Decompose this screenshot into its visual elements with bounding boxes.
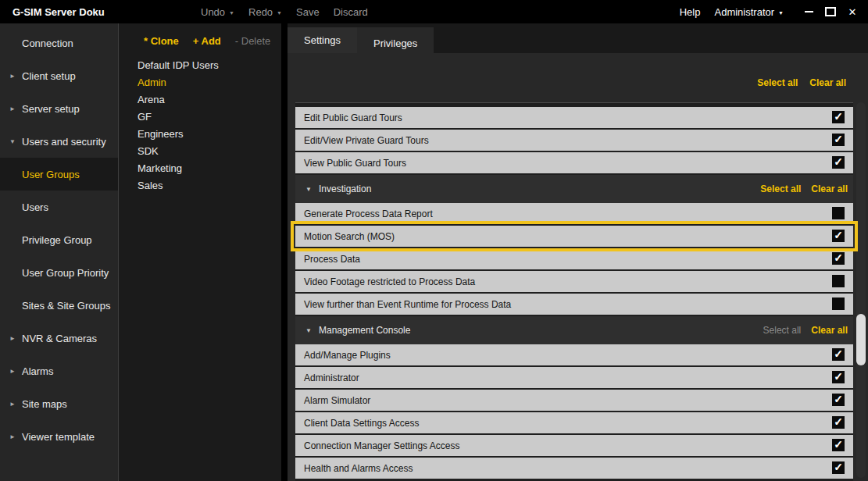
- scrollbar-track[interactable]: [856, 102, 866, 478]
- sidebar-item-label: Users: [0, 201, 48, 213]
- group-item-arena[interactable]: Arena: [119, 91, 281, 109]
- minimize-button[interactable]: [802, 5, 815, 18]
- privilege-row-edit-view-private-guard-tours[interactable]: Edit/View Private Guard Tours✓: [295, 130, 853, 151]
- sidebar-item-nvr-cameras[interactable]: ►NVR & Cameras: [0, 322, 118, 355]
- navigation-sidebar: Connection►Client setup►Server setup▼Use…: [0, 23, 119, 481]
- sidebar-item-server-setup[interactable]: ►Server setup: [0, 92, 118, 125]
- user-groups-list: Default IDP UsersAdminArenaGFEngineersSD…: [119, 57, 281, 194]
- privilege-row-video-footage-restricted-to-process-data[interactable]: Video Footage restricted to Process Data: [295, 271, 853, 292]
- chevron-right-icon: ►: [9, 73, 16, 80]
- add-button[interactable]: + Add: [193, 35, 221, 47]
- privilege-checkbox[interactable]: ✓: [832, 371, 845, 383]
- minimize-icon: [805, 11, 813, 12]
- privilege-row-motion-search-mos[interactable]: Motion Search (MOS)✓: [295, 226, 853, 247]
- privilege-checkbox[interactable]: ✓: [832, 134, 845, 146]
- privilege-checkbox[interactable]: ✓: [832, 394, 845, 406]
- privilege-checkbox[interactable]: ✓: [832, 252, 845, 265]
- privilege-checkbox[interactable]: ✓: [832, 348, 845, 361]
- delete-button[interactable]: - Delete: [235, 35, 271, 47]
- tab-privileges[interactable]: Privileges: [357, 27, 434, 59]
- privilege-row-health-and-alarms-access[interactable]: Health and Alarms Access✓: [295, 458, 853, 479]
- scrollbar-thumb[interactable]: [856, 314, 866, 365]
- privilege-checkbox[interactable]: [832, 298, 845, 310]
- privilege-checkbox[interactable]: ✓: [832, 230, 845, 242]
- privilege-row-generate-process-data-report[interactable]: Generate Process Data Report: [295, 203, 853, 224]
- chevron-down-icon[interactable]: ▼: [305, 186, 312, 193]
- sidebar-item-sites-site-groups[interactable]: Sites & Site Groups: [0, 289, 118, 322]
- clone-button[interactable]: * Clone: [144, 35, 179, 47]
- save-button[interactable]: Save: [296, 6, 320, 18]
- content-area: Connection►Client setup►Server setup▼Use…: [0, 23, 868, 481]
- chevron-down-icon: ▼: [9, 138, 16, 145]
- privilege-label: Client Data Settings Access: [295, 418, 419, 429]
- group-item-sales[interactable]: Sales: [119, 177, 281, 194]
- privilege-checkbox[interactable]: ✓: [832, 111, 845, 123]
- privilege-row-add-manage-plugins[interactable]: Add/Manage Plugins✓: [295, 344, 853, 365]
- privilege-label: Motion Search (MOS): [295, 231, 395, 242]
- panel-links: Select all Clear all: [757, 77, 846, 88]
- tab-bar: SettingsPrivileges: [288, 23, 868, 53]
- app-title: G-SIM Server Doku: [13, 6, 201, 18]
- group-item-default-idp-users[interactable]: Default IDP Users: [119, 57, 281, 74]
- section-select-all-link[interactable]: Select all: [760, 183, 801, 194]
- sidebar-item-users[interactable]: Users: [0, 191, 118, 223]
- privilege-checkbox[interactable]: ✓: [832, 461, 845, 474]
- privilege-row-view-further-than-event-runtime-for-process-data[interactable]: View further than Event Runtime for Proc…: [295, 294, 853, 315]
- privilege-row-view-public-guard-tours[interactable]: View Public Guard Tours✓: [295, 152, 853, 173]
- chevron-down-icon[interactable]: ▼: [277, 10, 282, 16]
- group-item-admin[interactable]: Admin: [119, 74, 281, 91]
- section-select-all-link[interactable]: Select all: [763, 325, 802, 336]
- section-clear-all-link[interactable]: Clear all: [811, 183, 848, 194]
- sidebar-item-viewer-template[interactable]: ►Viewer template: [0, 420, 118, 453]
- sidebar-item-privilege-group[interactable]: Privilege Group: [0, 223, 118, 256]
- privilege-row-administrator[interactable]: Administrator✓: [295, 367, 853, 388]
- sidebar-item-user-groups[interactable]: User Groups: [0, 158, 118, 191]
- titlebar: G-SIM Server Doku Undo ▼ Redo ▼ Save Dis…: [0, 0, 868, 23]
- group-item-sdk[interactable]: SDK: [119, 143, 281, 160]
- privilege-checkbox[interactable]: ✓: [832, 416, 845, 429]
- checkmark-icon: ✓: [834, 394, 843, 404]
- sidebar-item-label: Sites & Site Groups: [0, 300, 110, 312]
- sidebar-item-users-and-security[interactable]: ▼Users and security: [0, 125, 118, 158]
- section-clear-all-link[interactable]: Clear all: [811, 325, 848, 336]
- group-item-marketing[interactable]: Marketing: [119, 160, 281, 177]
- close-button[interactable]: ✕: [846, 5, 859, 18]
- privilege-row-alarm-simulator[interactable]: Alarm Simulator✓: [295, 390, 853, 411]
- group-item-engineers[interactable]: Engineers: [119, 126, 281, 143]
- privilege-row-connection-manager-settings-access[interactable]: Connection Manager Settings Access✓: [295, 435, 853, 456]
- redo-button[interactable]: Redo ▼: [248, 6, 282, 18]
- discard-button[interactable]: Discard: [334, 6, 368, 18]
- chevron-right-icon: ►: [9, 401, 16, 408]
- sidebar-item-site-maps[interactable]: ►Site maps: [0, 387, 118, 420]
- maximize-icon: [825, 7, 836, 16]
- maximize-button[interactable]: [824, 5, 837, 18]
- chevron-down-icon[interactable]: ▼: [229, 10, 234, 16]
- privilege-checkbox[interactable]: [832, 207, 845, 219]
- group-item-gf[interactable]: GF: [119, 109, 281, 126]
- sidebar-item-user-group-priority[interactable]: User Group Priority: [0, 256, 118, 289]
- privilege-label: Video Footage restricted to Process Data: [295, 276, 475, 287]
- privilege-checkbox[interactable]: ✓: [832, 439, 845, 451]
- select-all-link[interactable]: Select all: [757, 77, 798, 88]
- privilege-row-client-data-settings-access[interactable]: Client Data Settings Access✓: [295, 412, 853, 433]
- sidebar-item-alarms[interactable]: ►Alarms: [0, 355, 118, 387]
- privilege-section-management-console: ▼Management ConsoleSelect allClear all: [295, 316, 853, 344]
- help-button[interactable]: Help: [680, 6, 701, 18]
- checkmark-icon: ✓: [834, 461, 843, 472]
- privilege-row-edit-public-guard-tours[interactable]: Edit Public Guard Tours✓: [295, 107, 853, 128]
- privilege-label: Administrator: [295, 372, 359, 383]
- undo-button[interactable]: Undo ▼: [201, 6, 234, 18]
- section-links: Select allClear all: [763, 325, 848, 336]
- checkmark-icon: ✓: [834, 252, 843, 263]
- user-menu-button[interactable]: Administrator ▼: [714, 6, 784, 18]
- sidebar-item-client-setup[interactable]: ►Client setup: [0, 59, 118, 92]
- sidebar-item-connection[interactable]: Connection: [0, 27, 118, 59]
- tab-settings[interactable]: Settings: [288, 27, 357, 53]
- titlebar-right: Help Administrator ▼ ✕: [680, 5, 868, 18]
- privilege-checkbox[interactable]: ✓: [832, 156, 845, 169]
- privilege-checkbox[interactable]: [832, 275, 845, 287]
- clear-all-link[interactable]: Clear all: [809, 77, 846, 88]
- chevron-down-icon[interactable]: ▼: [305, 327, 312, 334]
- window-controls: ✕: [802, 5, 859, 18]
- privilege-row-process-data[interactable]: Process Data✓: [295, 248, 853, 269]
